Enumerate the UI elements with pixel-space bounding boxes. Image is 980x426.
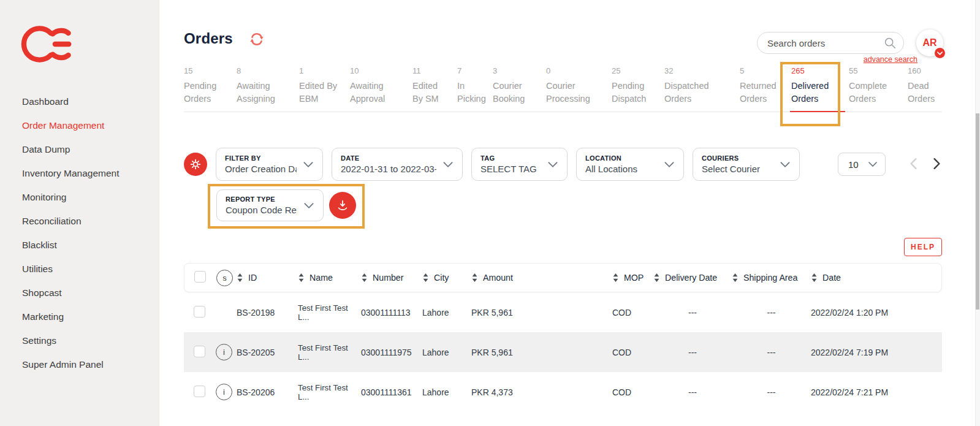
scrollbar-thumb[interactable] [976,113,979,310]
order-status-tabs: 15 Pending Orders 8 Awaiting Assigning 1… [184,66,942,112]
sort-icon [362,273,367,282]
sort-icon [298,273,304,282]
download-report-button[interactable] [329,192,356,219]
cell-delivery-date: --- [653,387,732,397]
report-type-dropdown[interactable]: REPORT TYPE Coupon Code Rep [216,189,324,221]
brand-logo-icon [12,25,74,64]
cell-id: BS-20198 [237,308,298,318]
search-input[interactable] [757,32,904,54]
column-header-mop[interactable]: MOP [613,273,654,283]
sidebar-item-inventory-management[interactable]: Inventory Management [0,161,159,185]
cell-mop: COD [612,348,653,357]
download-icon [336,199,349,212]
sidebar-item-settings[interactable]: Settings [0,329,159,352]
sort-icon [732,273,738,282]
couriers-dropdown[interactable]: COURIERS Select Courier [693,148,800,181]
table-row[interactable]: i BS-20205 Test First Test L... 03001111… [184,332,942,372]
date-range-dropdown[interactable]: DATE 2022-01-31 to 2022-03-01 [332,148,463,181]
tab-in-picking[interactable]: 7 In Picking [457,66,483,112]
next-page-icon[interactable] [931,157,942,172]
cell-shipping-area: --- [732,387,811,397]
column-header-id[interactable]: ID [237,273,298,283]
tab-awaiting-approval[interactable]: 10 Awaiting Approval [350,66,403,112]
column-header-name[interactable]: Name [298,273,362,283]
filter-by-dropdown[interactable]: FILTER BY Order Creation Da [216,148,323,181]
page-size-dropdown[interactable]: 10 [838,153,886,176]
cell-date: 2022/02/24 7:21 PM [811,387,932,397]
tab-pending-orders[interactable]: 15 Pending Orders [184,66,227,112]
sidebar-item-super-admin-panel[interactable]: Super Admin Panel [0,352,159,376]
refresh-icon[interactable] [249,31,265,47]
tab-courier-booking[interactable]: 3 Courier Booking [493,66,536,112]
chevron-down-icon [436,161,454,168]
sort-icon [237,273,243,282]
cell-amount: PKR 5,961 [471,308,612,318]
order-management-app: Dashboard Order Management Data Dump Inv… [0,0,980,426]
sidebar-item-data-dump[interactable]: Data Dump [0,137,159,161]
row-checkbox[interactable] [194,346,205,357]
prev-page-icon[interactable] [908,157,919,172]
table-row[interactable]: i BS-20206 Test First Test L... 03001111… [184,372,942,412]
tab-edited-by-ebm[interactable]: 1 Edited By EBM [299,66,340,112]
cell-city: Lahore [422,387,471,397]
column-header-amount[interactable]: Amount [472,273,613,283]
location-dropdown[interactable]: LOCATION All Locations [576,148,684,181]
cell-name: Test First Test L... [298,383,361,401]
sidebar-item-monitoring[interactable]: Monitoring [0,185,159,209]
tab-delivered-orders[interactable]: 265 Delivered Orders [791,66,839,112]
topbar: Orders [159,0,980,56]
column-header-shipping-area[interactable]: Shipping Area [732,273,811,283]
select-all-checkbox[interactable] [194,271,206,283]
column-header-delivery-date[interactable]: Delivery Date [654,273,732,283]
chevron-down-icon [773,161,791,168]
sort-icon [811,273,817,282]
cell-id: BS-20205 [237,348,298,357]
help-row: HELP [159,238,942,256]
cell-delivery-date: --- [653,308,732,318]
orders-table: s ID Name Number City [184,263,942,412]
cell-mop: COD [612,308,653,318]
filter-row: FILTER BY Order Creation Da DATE 2022-01… [184,148,942,181]
circled-s-icon[interactable]: s [216,270,233,286]
info-icon[interactable]: i [216,384,232,400]
tab-courier-processing[interactable]: 0 Courier Processing [546,66,602,112]
tab-pending-dispatch[interactable]: 25 Pending Dispatch [612,66,655,112]
sort-icon [613,273,618,282]
row-checkbox[interactable] [194,306,205,318]
cell-number: 03001111975 [361,348,422,357]
column-header-city[interactable]: City [423,273,472,283]
table-row[interactable]: BS-20198 Test First Test L... 0300111111… [184,292,942,332]
filter-settings-button[interactable] [184,153,207,176]
cell-date: 2022/02/24 1:20 PM [811,308,932,318]
advance-search-link[interactable]: advance search [864,55,917,64]
table-header: s ID Name Number City [184,263,942,292]
info-icon[interactable]: i [216,344,232,360]
main-content: Orders [159,0,980,426]
tab-returned-orders[interactable]: 5 Returned Orders [740,66,781,112]
chevron-down-icon [658,161,675,168]
tab-complete-orders[interactable]: 55 Complete Orders [849,66,898,112]
sidebar-item-marketing[interactable]: Marketing [0,305,159,329]
avatar-caret-icon [935,48,945,58]
tab-edited-by-sm[interactable]: 11 Edited By SM [412,66,447,112]
cell-amount: PKR 5,961 [471,348,612,357]
tag-dropdown[interactable]: TAG SELECT TAG [471,148,568,181]
page-title: Orders [184,30,233,47]
help-button[interactable]: HELP [904,238,942,256]
cell-name: Test First Test L... [298,343,361,362]
sidebar-item-shopcast[interactable]: Shopcast [0,281,159,305]
tab-dispatched-orders[interactable]: 32 Dispatched Orders [664,66,730,112]
sidebar-item-dashboard[interactable]: Dashboard [0,89,159,113]
sidebar-item-utilities[interactable]: Utilities [0,257,159,281]
sidebar-item-order-management[interactable]: Order Management [0,113,159,137]
sidebar-item-reconciliation[interactable]: Reconciliation [0,209,159,233]
tab-awaiting-assigning[interactable]: 8 Awaiting Assigning [237,66,289,112]
tab-dead-orders[interactable]: 160 Dead Orders [908,66,942,112]
column-header-number[interactable]: Number [362,273,423,283]
user-avatar[interactable]: AR [916,29,943,56]
search-icon [883,36,897,50]
column-header-date[interactable]: Date [811,273,932,283]
sidebar-item-blacklist[interactable]: Blacklist [0,233,159,257]
row-checkbox[interactable] [194,386,205,397]
cell-mop: COD [612,387,653,397]
